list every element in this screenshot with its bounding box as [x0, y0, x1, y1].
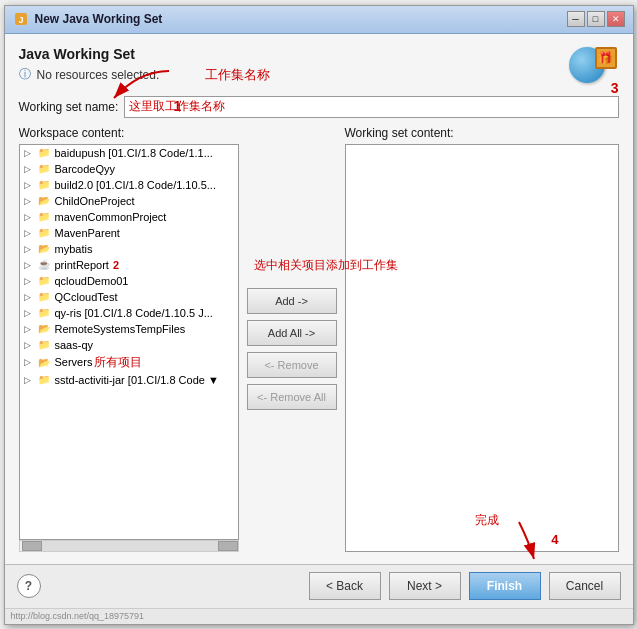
- cancel-button[interactable]: Cancel: [549, 572, 621, 600]
- project-icon: 📁: [36, 162, 52, 176]
- project-icon: 📁: [36, 290, 52, 304]
- annotation-number-2: 2: [113, 259, 119, 271]
- url-text: http://blog.csdn.net/qq_18975791: [11, 611, 145, 621]
- svg-text:J: J: [18, 15, 23, 25]
- annotation-arrow-name: [99, 66, 179, 106]
- expand-arrow: ▷: [24, 292, 36, 302]
- url-bar: http://blog.csdn.net/qq_18975791: [5, 608, 633, 624]
- tree-item-label: qy-ris [01.CI/1.8 Code/1.10.5 J...: [55, 307, 213, 319]
- project-icon: 📁: [36, 338, 52, 352]
- content-area: Java Working Set ⓘ No resources selected…: [5, 34, 633, 564]
- help-button[interactable]: ?: [17, 574, 41, 598]
- expand-arrow: ▷: [24, 375, 36, 385]
- tree-item-label: BarcodeQyy: [55, 163, 116, 175]
- folder-icon: 📂: [36, 355, 52, 369]
- annotation-number-4: 4: [551, 532, 558, 547]
- project-icon: 📁: [36, 146, 52, 160]
- main-window: J New Java Working Set ─ □ ✕ Java Workin…: [4, 5, 634, 625]
- minimize-button[interactable]: ─: [567, 11, 585, 27]
- tree-item-label: QCcloudTest: [55, 291, 118, 303]
- project-icon: 📁: [36, 210, 52, 224]
- annotation-all-projects: 所有项目: [94, 354, 142, 371]
- project-icon: 📁: [36, 178, 52, 192]
- tree-item-label: MavenParent: [55, 227, 120, 239]
- tree-item[interactable]: ▷ 📁 sstd-activiti-jar [01.CI/1.8 Code ▼: [20, 372, 238, 388]
- close-button[interactable]: ✕: [607, 11, 625, 27]
- header-right: 🎁: [559, 46, 619, 86]
- window-icon: J: [13, 11, 29, 27]
- expand-arrow: ▷: [24, 276, 36, 286]
- remove-all-button[interactable]: <- Remove All: [247, 384, 337, 410]
- tree-item[interactable]: ▷ 📁 qy-ris [01.CI/1.8 Code/1.10.5 J...: [20, 305, 238, 321]
- window-title: New Java Working Set: [35, 12, 567, 26]
- workspace-panel: Workspace content: ▷ 📁 baidupush [01.CI/…: [19, 126, 239, 552]
- scroll-track: [42, 541, 218, 551]
- project-icon: 📁: [36, 306, 52, 320]
- expand-arrow: ▷: [24, 196, 36, 206]
- tree-item[interactable]: ▷ 📂 RemoteSystemsTempFiles: [20, 321, 238, 337]
- project-icon: 📁: [36, 373, 52, 387]
- folder-icon: 📂: [36, 242, 52, 256]
- window-controls: ─ □ ✕: [567, 11, 625, 27]
- tree-item-label: qcloudDemo01: [55, 275, 129, 287]
- tree-item[interactable]: ▷ ☕ printReport 2: [20, 257, 238, 273]
- tree-item-label: baidupush [01.CI/1.8 Code/1.1...: [55, 147, 213, 159]
- finish-button[interactable]: Finish: [469, 572, 541, 600]
- expand-arrow: ▷: [24, 324, 36, 334]
- java-icon: ☕: [36, 258, 52, 272]
- tree-item[interactable]: ▷ 📁 qcloudDemo01: [20, 273, 238, 289]
- expand-arrow: ▷: [24, 340, 36, 350]
- tree-item[interactable]: ▷ 📁 MavenParent: [20, 225, 238, 241]
- workspace-tree[interactable]: ▷ 📁 baidupush [01.CI/1.8 Code/1.1... ▷ 📁…: [19, 144, 239, 540]
- annotation-text-addtows: 选中相关项目添加到工作集: [254, 257, 398, 274]
- tree-item[interactable]: ▷ 📂 ChildOneProject: [20, 193, 238, 209]
- scroll-right-btn[interactable]: [218, 541, 238, 551]
- project-icon: 📁: [36, 226, 52, 240]
- tree-item[interactable]: ▷ 📁 baidupush [01.CI/1.8 Code/1.1...: [20, 145, 238, 161]
- title-bar: J New Java Working Set ─ □ ✕: [5, 6, 633, 34]
- back-button[interactable]: < Back: [309, 572, 381, 600]
- working-set-tree[interactable]: [345, 144, 619, 552]
- workspace-content-label: Workspace content:: [19, 126, 239, 140]
- annotation-number-3: 3: [611, 80, 619, 96]
- tree-item[interactable]: ▷ 📁 saas-qy: [20, 337, 238, 353]
- tree-item-label: RemoteSystemsTempFiles: [55, 323, 186, 335]
- tree-item[interactable]: ▷ 📁 build2.0 [01.CI/1.8 Code/1.10.5...: [20, 177, 238, 193]
- expand-arrow: ▷: [24, 164, 36, 174]
- tree-item[interactable]: ▷ 📁 QCcloudTest: [20, 289, 238, 305]
- tree-item[interactable]: ▷ 📂 Servers 所有项目: [20, 353, 238, 372]
- add-all-button[interactable]: Add All ->: [247, 320, 337, 346]
- working-set-panel: Working set content:: [345, 126, 619, 552]
- scroll-left-btn[interactable]: [22, 541, 42, 551]
- tree-item[interactable]: ▷ 📁 BarcodeQyy: [20, 161, 238, 177]
- tree-item[interactable]: ▷ 📂 mybatis: [20, 241, 238, 257]
- expand-arrow: ▷: [24, 357, 36, 367]
- folder-icon: 📂: [36, 322, 52, 336]
- tree-item-label: mybatis: [55, 243, 93, 255]
- tree-item-label: Servers: [55, 356, 93, 368]
- expand-arrow: ▷: [24, 260, 36, 270]
- main-panels: Workspace content: ▷ 📁 baidupush [01.CI/…: [19, 126, 619, 552]
- horizontal-scrollbar[interactable]: [19, 540, 239, 552]
- annotation-label-workingset: 工作集名称: [205, 66, 270, 84]
- expand-arrow: ▷: [24, 180, 36, 190]
- annotation-complete: 完成: [475, 512, 499, 529]
- working-set-name-input[interactable]: [124, 96, 618, 118]
- tree-item[interactable]: ▷ 📁 mavenCommonProject: [20, 209, 238, 225]
- expand-arrow: ▷: [24, 148, 36, 158]
- tree-item-label: printReport: [55, 259, 109, 271]
- working-set-content-label: Working set content:: [345, 126, 619, 140]
- tree-item-label: saas-qy: [55, 339, 94, 351]
- middle-buttons: Add -> Add All -> <- Remove <- Remove Al…: [247, 126, 337, 552]
- working-set-name-row: Working set name: 1 3: [19, 96, 619, 118]
- page-title: Java Working Set: [19, 46, 559, 62]
- bottom-bar: ? < Back Next > Finish Cancel: [5, 564, 633, 608]
- folder-icon: 📂: [36, 194, 52, 208]
- tree-item-label: ChildOneProject: [55, 195, 135, 207]
- remove-button[interactable]: <- Remove: [247, 352, 337, 378]
- tree-item-label: sstd-activiti-jar [01.CI/1.8 Code ▼: [55, 374, 219, 386]
- maximize-button[interactable]: □: [587, 11, 605, 27]
- info-icon: ⓘ: [19, 66, 31, 83]
- add-button[interactable]: Add ->: [247, 288, 337, 314]
- next-button[interactable]: Next >: [389, 572, 461, 600]
